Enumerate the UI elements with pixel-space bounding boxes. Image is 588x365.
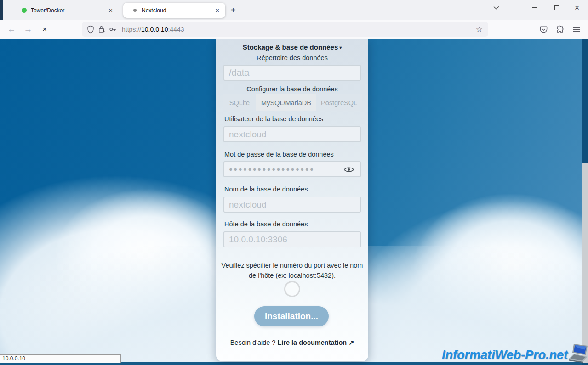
tab-label: Nextcloud [142, 7, 209, 14]
tab-favicon-gray-dot-icon [133, 9, 137, 12]
install-button[interactable]: Installation... [254, 306, 329, 326]
tab-label: Tower/Docker [31, 7, 103, 14]
configure-database-label: Configurer la base de données [216, 85, 368, 93]
database-name-input[interactable] [223, 197, 361, 213]
tab-favicon-green-dot-icon [22, 8, 27, 13]
storage-database-section-toggle[interactable]: Stockage & base de données▾ [216, 43, 368, 51]
laptop-icon [568, 343, 588, 365]
lock-warning-icon [97, 25, 106, 34]
maximize-button[interactable] [546, 0, 567, 15]
tab-close-icon[interactable]: × [103, 6, 119, 14]
data-directory-label: Répertoire des données [216, 54, 368, 62]
db-option-mysql-mariadb[interactable]: MySQL/MariaDB [256, 94, 316, 111]
url-scheme: https:// [122, 26, 141, 33]
bookmark-star-icon[interactable]: ☆ [470, 25, 488, 34]
nextcloud-setup-panel: Stockage & base de données▾ Répertoire d… [216, 39, 368, 361]
window-close-button[interactable]: × [566, 0, 588, 15]
db-option-postgresql[interactable]: PostgreSQL [316, 94, 362, 111]
extensions-button[interactable] [552, 22, 568, 37]
database-host-label: Hôte de la base de données [224, 220, 308, 228]
cloud-right [345, 200, 588, 365]
key-icon [108, 25, 118, 34]
help-prefix: Besoin d'aide ? [230, 339, 278, 346]
close-icon: × [575, 4, 580, 12]
url-text: https://10.0.0.10:4443 [122, 26, 470, 33]
help-line: Besoin d'aide ? Lire la documentation ↗ [216, 339, 368, 346]
minimize-button[interactable] [524, 0, 545, 15]
database-user-label: Utilisateur de la base de données [224, 115, 323, 123]
menu-button[interactable] [569, 22, 584, 37]
port-hint-line2: de l'hôte (ex: localhost:5432). [216, 270, 368, 281]
url-bar[interactable]: https://10.0.0.10:4443 ☆ [82, 22, 488, 37]
new-tab-button[interactable]: + [226, 4, 240, 17]
port-hint-line1: Veuillez spécifier le numéro du port ave… [216, 260, 368, 270]
port-hint-text: Veuillez spécifier le numéro du port ave… [216, 260, 368, 281]
database-password-input[interactable] [223, 161, 361, 177]
scrollbar-thumb[interactable] [582, 163, 588, 363]
forward-button[interactable]: → [20, 22, 36, 37]
database-password-label: Mot de passe de la base de données [224, 151, 334, 158]
shield-icon [86, 25, 95, 34]
page-viewport: Stockage & base de données▾ Répertoire d… [0, 39, 588, 365]
hamburger-menu-icon [572, 26, 581, 33]
status-bar-link-target: 10.0.0.10 [0, 354, 121, 363]
chevron-down-icon [493, 6, 499, 10]
tab-nextcloud[interactable]: Nextcloud × [123, 3, 225, 18]
database-user-input[interactable] [223, 126, 361, 142]
db-option-sqlite[interactable]: SQLite [223, 94, 256, 111]
documentation-link[interactable]: Lire la documentation ↗ [277, 339, 354, 346]
show-password-button[interactable] [343, 165, 355, 174]
external-link-icon: ↗ [348, 339, 354, 346]
navigation-toolbar: ← → × https://10.0.0.10:4443 ☆ [0, 20, 588, 39]
tab-list-dropdown-button[interactable] [485, 0, 507, 15]
puzzle-piece-icon [556, 25, 565, 34]
url-port: :4443 [168, 26, 184, 33]
tab-close-icon[interactable]: × [209, 6, 225, 14]
cloud-right-top [409, 191, 588, 328]
url-host: 10.0.0.10 [141, 26, 168, 33]
data-directory-input[interactable] [223, 65, 361, 81]
tab-bar: Tower/Docker × Nextcloud × + × [0, 0, 588, 20]
pocket-button[interactable] [536, 22, 551, 37]
pocket-icon [539, 25, 548, 34]
database-type-selector: SQLite MySQL/MariaDB PostgreSQL [223, 94, 362, 111]
database-host-input[interactable] [223, 231, 361, 247]
eye-icon [344, 166, 354, 173]
cloud-left-top [51, 186, 244, 314]
tab-tower-docker[interactable]: Tower/Docker × [14, 3, 119, 18]
stop-button[interactable]: × [37, 22, 52, 37]
loading-spinner [284, 281, 300, 297]
window-edge-strip [0, 0, 3, 20]
watermark-text: InformatiWeb-Pro.net [442, 348, 568, 362]
dropdown-caret-icon: ▾ [339, 45, 342, 50]
maximize-icon [554, 5, 559, 10]
browser-window: Tower/Docker × Nextcloud × + × ← → × [0, 0, 588, 365]
database-name-label: Nom de la base de données [224, 185, 308, 193]
back-button[interactable]: ← [4, 22, 19, 37]
section-title: Stockage & base de données [243, 43, 338, 51]
minimize-icon [532, 7, 537, 8]
